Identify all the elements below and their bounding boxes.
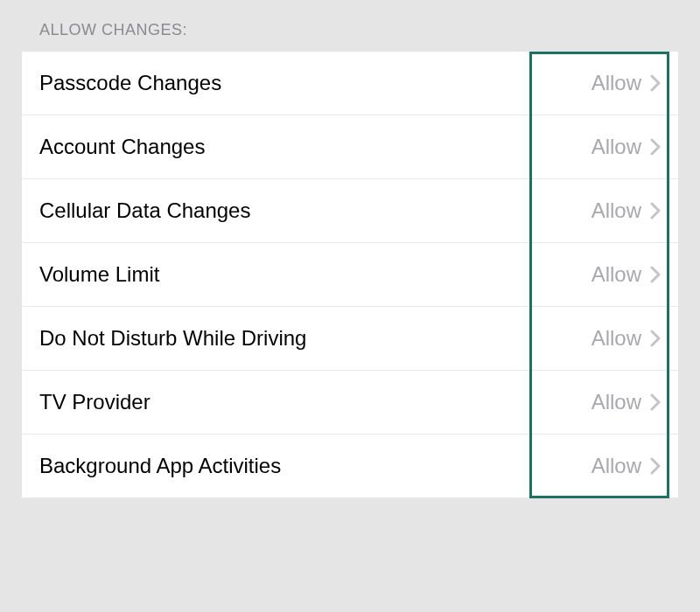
row-label: TV Provider xyxy=(39,390,150,414)
row-value: Allow xyxy=(592,135,641,159)
section-header: Allow Changes: xyxy=(22,0,678,52)
chevron-right-icon xyxy=(650,457,661,475)
row-right: Allow xyxy=(592,135,661,159)
chevron-right-icon xyxy=(650,330,661,347)
chevron-right-icon xyxy=(650,202,661,219)
row-right: Allow xyxy=(592,326,661,351)
row-value: Allow xyxy=(592,454,641,478)
row-right: Allow xyxy=(592,390,661,414)
settings-row-cellular-data-changes[interactable]: Cellular Data Changes Allow xyxy=(22,179,678,243)
row-label: Do Not Disturb While Driving xyxy=(39,326,306,351)
row-value: Allow xyxy=(592,326,641,351)
row-label: Volume Limit xyxy=(39,262,159,287)
settings-row-passcode-changes[interactable]: Passcode Changes Allow xyxy=(22,52,678,115)
chevron-right-icon xyxy=(650,74,661,92)
chevron-right-icon xyxy=(650,266,661,283)
row-value: Allow xyxy=(592,71,641,95)
chevron-right-icon xyxy=(650,393,661,411)
row-value: Allow xyxy=(592,198,641,223)
row-label: Account Changes xyxy=(39,135,205,159)
settings-container: Allow Changes: Passcode Changes Allow Ac… xyxy=(0,0,700,612)
row-right: Allow xyxy=(592,454,661,478)
settings-row-account-changes[interactable]: Account Changes Allow xyxy=(22,115,678,179)
settings-row-volume-limit[interactable]: Volume Limit Allow xyxy=(22,243,678,307)
row-right: Allow xyxy=(592,262,661,287)
settings-row-do-not-disturb-driving[interactable]: Do Not Disturb While Driving Allow xyxy=(22,307,678,371)
row-label: Cellular Data Changes xyxy=(39,198,250,223)
row-right: Allow xyxy=(592,71,661,95)
row-label: Background App Activities xyxy=(39,454,281,478)
row-label: Passcode Changes xyxy=(39,71,221,95)
chevron-right-icon xyxy=(650,138,661,156)
row-right: Allow xyxy=(592,198,661,223)
settings-row-background-app-activities[interactable]: Background App Activities Allow xyxy=(22,435,678,498)
row-value: Allow xyxy=(592,390,641,414)
settings-list: Passcode Changes Allow Account Changes A… xyxy=(22,52,678,498)
row-value: Allow xyxy=(592,262,641,287)
settings-row-tv-provider[interactable]: TV Provider Allow xyxy=(22,371,678,435)
